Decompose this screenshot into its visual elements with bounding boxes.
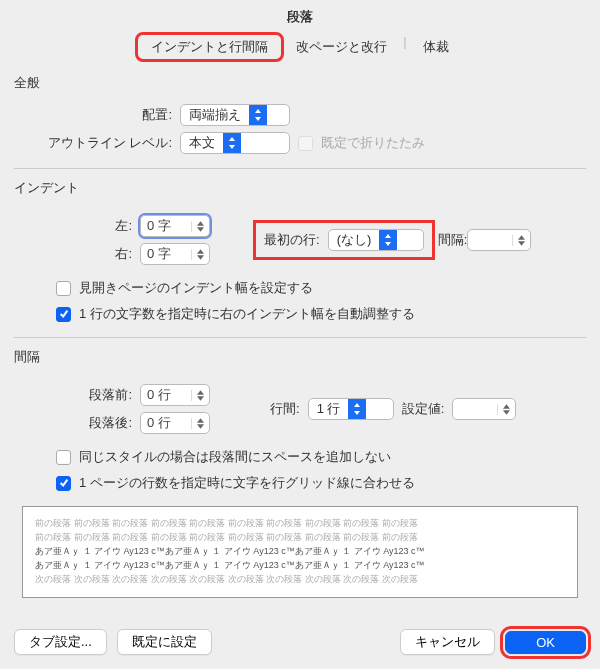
space-after-value: 0 行 bbox=[141, 414, 191, 432]
auto-indent-label: 1 行の文字数を指定時に右のインデント幅を自動調整する bbox=[79, 305, 415, 323]
section-spacing: 間隔 bbox=[14, 348, 586, 366]
preview-line: 前の段落 前の段落 前の段落 前の段落 前の段落 前の段落 前の段落 前の段落 … bbox=[35, 517, 565, 531]
stepper-arrows-icon bbox=[191, 249, 209, 260]
indent-left-spinner[interactable]: 0 字 bbox=[140, 215, 210, 237]
preview-line: 前の段落 前の段落 前の段落 前の段落 前の段落 前の段落 前の段落 前の段落 … bbox=[35, 531, 565, 545]
line-spacing-label: 行間: bbox=[270, 400, 300, 418]
mirror-indent-checkbox[interactable] bbox=[56, 281, 71, 296]
outline-select[interactable]: 本文 bbox=[180, 132, 290, 154]
indent-right-value: 0 字 bbox=[141, 245, 191, 263]
space-before-value: 0 行 bbox=[141, 386, 191, 404]
section-indent: インデント bbox=[14, 179, 586, 197]
updown-icon bbox=[249, 105, 267, 125]
tab-asian[interactable]: 体裁 bbox=[409, 34, 463, 60]
alignment-select[interactable]: 両端揃え bbox=[180, 104, 290, 126]
indent-by-spinner[interactable] bbox=[467, 229, 531, 251]
preview-panel: 前の段落 前の段落 前の段落 前の段落 前の段落 前の段落 前の段落 前の段落 … bbox=[22, 506, 578, 598]
alignment-label: 配置: bbox=[44, 106, 172, 124]
preview-line: あア亜Ａｙ １ アイウ Ay123 c™あア亜Ａｙ １ アイウ Ay123 c™… bbox=[35, 559, 565, 573]
first-line-label: 最初の行: bbox=[264, 231, 320, 249]
space-before-label: 段落前: bbox=[44, 386, 132, 404]
set-default-button[interactable]: 既定に設定 bbox=[117, 629, 212, 655]
footer: タブ設定... 既定に設定 キャンセル OK bbox=[14, 629, 586, 655]
indent-left-label: 左: bbox=[44, 217, 132, 235]
indent-left-value: 0 字 bbox=[141, 217, 191, 235]
updown-icon bbox=[348, 399, 366, 419]
tab-divider: | bbox=[401, 34, 408, 60]
space-before-spinner[interactable]: 0 行 bbox=[140, 384, 210, 406]
first-line-select[interactable]: (なし) bbox=[328, 229, 424, 251]
snap-grid-checkbox[interactable] bbox=[56, 476, 71, 491]
dialog-title: 段落 bbox=[14, 6, 586, 34]
section-general: 全般 bbox=[14, 74, 586, 92]
ok-button[interactable]: OK bbox=[505, 631, 586, 654]
snap-grid-label: 1 ページの行数を指定時に文字を行グリッド線に合わせる bbox=[79, 474, 415, 492]
no-space-same-style-label: 同じスタイルの場合は段落間にスペースを追加しない bbox=[79, 448, 391, 466]
tabs-button[interactable]: タブ設定... bbox=[14, 629, 107, 655]
first-line-value: (なし) bbox=[337, 231, 380, 249]
outline-value: 本文 bbox=[189, 134, 223, 152]
cancel-button[interactable]: キャンセル bbox=[400, 629, 495, 655]
stepper-arrows-icon bbox=[191, 390, 209, 401]
collapse-default-checkbox bbox=[298, 136, 313, 151]
separator bbox=[14, 337, 586, 338]
space-after-spinner[interactable]: 0 行 bbox=[140, 412, 210, 434]
indent-by-label: 間隔: bbox=[438, 231, 468, 249]
stepper-arrows-icon bbox=[191, 221, 209, 232]
separator bbox=[14, 168, 586, 169]
mirror-indent-label: 見開きページのインデント幅を設定する bbox=[79, 279, 313, 297]
indent-right-label: 右: bbox=[44, 245, 132, 263]
outline-label: アウトライン レベル: bbox=[44, 134, 172, 152]
space-after-label: 段落後: bbox=[44, 414, 132, 432]
line-spacing-value: 1 行 bbox=[317, 400, 349, 418]
indent-right-spinner[interactable]: 0 字 bbox=[140, 243, 210, 265]
auto-indent-checkbox[interactable] bbox=[56, 307, 71, 322]
stepper-arrows-icon bbox=[497, 404, 515, 415]
line-at-label: 設定値: bbox=[402, 400, 445, 418]
tab-indent-spacing[interactable]: インデントと行間隔 bbox=[137, 34, 282, 60]
line-spacing-select[interactable]: 1 行 bbox=[308, 398, 394, 420]
stepper-arrows-icon bbox=[512, 235, 530, 246]
alignment-value: 両端揃え bbox=[189, 106, 249, 124]
collapse-default-label: 既定で折りたたみ bbox=[321, 134, 425, 152]
preview-line: 次の段落 次の段落 次の段落 次の段落 次の段落 次の段落 次の段落 次の段落 … bbox=[35, 573, 565, 587]
updown-icon bbox=[223, 133, 241, 153]
tab-bar: インデントと行間隔 改ページと改行 | 体裁 bbox=[14, 34, 586, 60]
updown-icon bbox=[379, 230, 397, 250]
stepper-arrows-icon bbox=[191, 418, 209, 429]
preview-line: あア亜Ａｙ １ アイウ Ay123 c™あア亜Ａｙ １ アイウ Ay123 c™… bbox=[35, 545, 565, 559]
line-at-spinner[interactable] bbox=[452, 398, 516, 420]
no-space-same-style-checkbox[interactable] bbox=[56, 450, 71, 465]
first-line-highlight: 最初の行: (なし) bbox=[256, 223, 432, 257]
tab-page-break[interactable]: 改ページと改行 bbox=[282, 34, 401, 60]
